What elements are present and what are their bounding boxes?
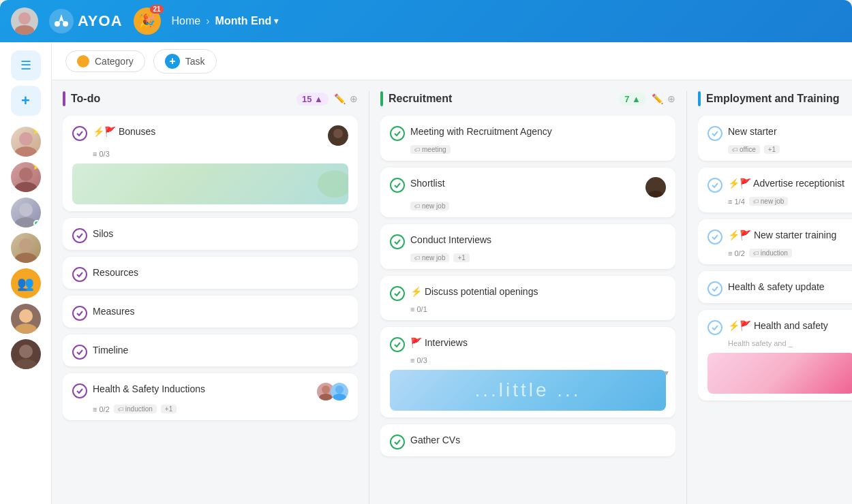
- card-shortlist-check[interactable]: [390, 178, 405, 193]
- card-shortlist-meta: 🏷 new job: [410, 202, 666, 210]
- nst-count: ≡ 0/2: [728, 249, 745, 257]
- card-new-starter-training[interactable]: ⚡🚩 New starter training ≡ 0/2 🏷 inductio…: [698, 219, 852, 264]
- card-gc-title: Gather CVs: [410, 434, 666, 447]
- card-has-check[interactable]: [708, 320, 722, 335]
- card-gather-cvs[interactable]: Gather CVs: [380, 424, 675, 456]
- card-hsi-check[interactable]: [72, 383, 87, 398]
- user-avatar[interactable]: [11, 7, 38, 35]
- card-nst-title: ⚡🚩 New starter training: [728, 229, 852, 242]
- card-conduct-interviews[interactable]: Conduct Interviews 🏷 new job +1: [380, 224, 675, 269]
- svg-point-7: [19, 168, 33, 181]
- bonuses-count: ≡ 0/3: [93, 150, 110, 158]
- card-mr-check[interactable]: [390, 126, 405, 141]
- card-bonuses-check[interactable]: [72, 126, 87, 141]
- card-do-check[interactable]: [390, 286, 405, 301]
- breadcrumb-current[interactable]: Month End ▾: [215, 15, 279, 27]
- card-measures[interactable]: Measures: [63, 296, 358, 328]
- card-silos[interactable]: Silos: [63, 218, 358, 250]
- card-has-title: ⚡🚩 Health and safety: [728, 319, 852, 333]
- card-measures-check[interactable]: [72, 306, 87, 321]
- card-interviews[interactable]: 🚩 Interviews ≡ 0/3 ...little ... ▼: [380, 327, 675, 418]
- card-has-image: [708, 353, 852, 394]
- card-interviews-check[interactable]: [390, 337, 405, 352]
- card-resources-check[interactable]: [72, 267, 87, 282]
- card-bonuses[interactable]: ⚡🚩 Bonuses ≡ 0/3: [63, 116, 358, 211]
- category-label: Category: [95, 56, 134, 67]
- sidebar: ☰ + ⭐ ⭐ 👥: [0, 42, 52, 504]
- card-hsu-header: Health & safety update: [708, 281, 852, 296]
- card-bonuses-header: ⚡🚩 Bonuses: [72, 125, 348, 146]
- breadcrumb-dropdown-icon: ▾: [274, 16, 278, 26]
- interviews-img-text: ...little ...: [474, 379, 581, 401]
- kanban-board: To-do 15 ▲ ✏️ ⊕ ⚡🚩 Bonuses: [52, 80, 852, 504]
- card-hsu-check[interactable]: [708, 281, 722, 296]
- card-advertise-receptionist[interactable]: ⚡🚩 Advertise receptionist ≡ 1/4 🏷 new jo…: [698, 168, 852, 212]
- sidebar-avatar-2[interactable]: ⭐: [11, 162, 41, 192]
- recruitment-cards-list: Meeting with Recruitment Agency 🏷 meetin…: [380, 116, 675, 464]
- svg-point-0: [18, 12, 31, 25]
- sidebar-avatar-1[interactable]: ⭐: [11, 127, 41, 157]
- card-shortlist[interactable]: Shortlist 🏷 new job: [380, 168, 675, 217]
- sidebar-item-lists[interactable]: ☰: [11, 50, 41, 80]
- card-timeline[interactable]: Timeline: [63, 334, 358, 366]
- sidebar-avatar-5[interactable]: [11, 304, 41, 334]
- card-ns-header: New starter: [708, 125, 852, 141]
- svg-point-1: [15, 25, 34, 35]
- card-timeline-title: Timeline: [93, 344, 348, 358]
- ar-count: ≡ 1/4: [728, 198, 745, 206]
- mr-tag-meeting: 🏷 meeting: [410, 145, 451, 154]
- column-recruitment-count: 7 ▲: [619, 93, 646, 106]
- notification-button[interactable]: 🎉 21: [134, 7, 161, 35]
- card-gc-check[interactable]: [390, 435, 405, 450]
- card-meeting-recruitment[interactable]: Meeting with Recruitment Agency 🏷 meetin…: [380, 116, 675, 161]
- drag-icon-recruitment[interactable]: ⊕: [667, 93, 675, 104]
- card-health-safety-ind[interactable]: Health & Safety Inductions ≡ 0/2 �: [63, 373, 358, 420]
- online-indicator-3: [33, 220, 40, 227]
- card-silos-check[interactable]: [72, 228, 87, 243]
- svg-point-15: [19, 345, 33, 358]
- ns-tag-office: 🏷 office: [728, 145, 760, 154]
- card-ar-check[interactable]: [708, 178, 722, 193]
- card-ar-title: ⚡🚩 Advertise receptionist: [728, 177, 852, 191]
- card-discuss-openings[interactable]: ⚡ Discuss potential openings ≡ 0/1: [380, 276, 675, 320]
- card-health-and-safety[interactable]: ⚡🚩 Health and safety Health safety and _: [698, 310, 852, 400]
- card-nst-check[interactable]: [708, 230, 722, 245]
- sidebar-group-button[interactable]: 👥: [11, 268, 41, 298]
- card-new-starter[interactable]: New starter 🏷 office +1: [698, 116, 852, 161]
- card-measures-title: Measures: [93, 305, 348, 319]
- has-subtitle: Health safety and _: [728, 339, 793, 347]
- card-mr-meta: 🏷 meeting: [410, 145, 666, 154]
- edit-icon-todo[interactable]: ✏️: [334, 93, 346, 104]
- card-nst-meta: ≡ 0/2 🏷 induction: [728, 249, 852, 257]
- edit-icon-recruitment[interactable]: ✏️: [652, 93, 663, 104]
- category-button[interactable]: Category: [65, 50, 145, 72]
- drag-icon-todo[interactable]: ⊕: [350, 93, 358, 104]
- breadcrumb: Home › Month End ▾: [172, 15, 279, 27]
- card-timeline-header: Timeline: [72, 344, 348, 360]
- card-timeline-check[interactable]: [72, 345, 87, 360]
- card-measures-header: Measures: [72, 305, 348, 321]
- expand-icon-interviews[interactable]: ▼: [663, 370, 666, 376]
- svg-point-24: [651, 180, 660, 190]
- card-health-safety-update[interactable]: Health & safety update: [698, 271, 852, 303]
- card-ns-check[interactable]: [708, 126, 722, 141]
- column-todo-count: 15 ▲: [296, 93, 329, 106]
- card-resources[interactable]: Resources: [63, 257, 358, 289]
- card-ci-meta: 🏷 new job +1: [410, 253, 666, 262]
- column-employment-title: Employment and Training: [706, 93, 852, 105]
- column-recruitment-actions: ✏️ ⊕: [652, 93, 675, 104]
- svg-point-3: [55, 21, 60, 27]
- svg-point-18: [331, 139, 346, 146]
- card-interviews-image: ...little ... ▼: [390, 370, 666, 411]
- sidebar-avatar-6[interactable]: [11, 339, 41, 369]
- sidebar-avatar-3[interactable]: [11, 198, 41, 227]
- task-button[interactable]: + Task: [153, 49, 217, 74]
- breadcrumb-home[interactable]: Home: [172, 15, 201, 27]
- card-ci-check[interactable]: [390, 234, 405, 249]
- column-employment: Employment and Training New starter 🏷 of…: [698, 91, 852, 504]
- column-todo: To-do 15 ▲ ✏️ ⊕ ⚡🚩 Bonuses: [63, 91, 369, 504]
- column-todo-actions: ✏️ ⊕: [334, 93, 358, 104]
- sidebar-avatar-4[interactable]: [11, 233, 41, 263]
- sidebar-item-add[interactable]: +: [11, 86, 41, 116]
- card-shortlist-title: Shortlist: [410, 177, 640, 191]
